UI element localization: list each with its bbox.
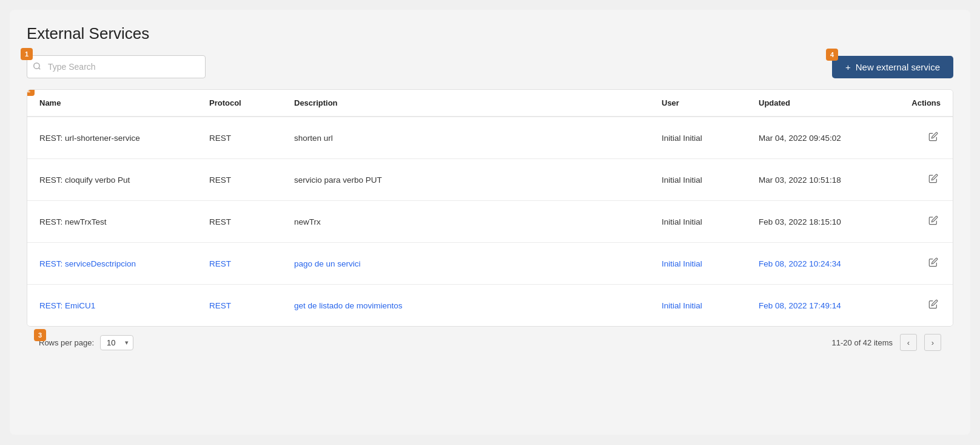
cell-updated[interactable]: Feb 08, 2022 17:49:14: [759, 295, 880, 316]
cell-name[interactable]: REST: serviceDesctripcion: [39, 253, 209, 274]
pagination-info: 11-20 of 42 items: [832, 338, 893, 347]
page-title: External Services: [27, 24, 953, 43]
col-header-updated: Updated: [759, 96, 880, 110]
pagination: 11-20 of 42 items ‹ ›: [832, 334, 941, 351]
cell-updated: Mar 04, 2022 09:45:02: [759, 127, 880, 149]
cell-actions: [880, 123, 941, 152]
cell-description: newTrx: [294, 211, 662, 233]
badge-1: 1: [21, 48, 33, 60]
cell-name: REST: newTrxTest: [39, 211, 209, 233]
rows-select-wrapper: 10 20 50 ▾: [100, 335, 133, 350]
cell-actions: [880, 291, 941, 320]
col-header-name: Name: [39, 96, 209, 110]
badge-4: 4: [826, 49, 838, 61]
toolbar: 1 4 + New external service: [27, 55, 953, 78]
rows-per-page-section: 3 Rows per page: 10 20 50 ▾: [39, 335, 133, 350]
search-input[interactable]: [27, 55, 206, 78]
main-table-card: 2 Name Protocol Description User Updated…: [27, 89, 953, 327]
badge-2: 2: [27, 89, 35, 96]
cell-protocol[interactable]: REST: [209, 295, 294, 316]
cell-updated: Mar 03, 2022 10:51:18: [759, 169, 880, 191]
cell-actions: [880, 207, 941, 236]
new-service-section: 4 + New external service: [832, 56, 953, 78]
col-header-actions: Actions: [880, 96, 941, 110]
cell-name: REST: url-shortener-service: [39, 127, 209, 149]
cell-user[interactable]: Initial Initial: [662, 295, 759, 316]
badge-3: 3: [34, 329, 46, 341]
edit-button[interactable]: [926, 297, 941, 314]
cell-name: REST: cloquify verbo Put: [39, 169, 209, 191]
rows-per-page-label: Rows per page:: [39, 338, 94, 347]
edit-button[interactable]: [926, 129, 941, 146]
cell-protocol: REST: [209, 169, 294, 191]
cell-protocol: REST: [209, 127, 294, 149]
rows-per-page-select[interactable]: 10 20 50: [100, 335, 133, 350]
cell-description[interactable]: pago de un servici: [294, 253, 662, 274]
cell-updated: Feb 03, 2022 18:15:10: [759, 211, 880, 233]
table-row: REST: cloquify verbo Put REST servicio p…: [27, 159, 953, 201]
cell-user[interactable]: Initial Initial: [662, 253, 759, 274]
chevron-left-icon: ‹: [907, 338, 910, 347]
cell-name[interactable]: REST: EmiCU1: [39, 295, 209, 316]
plus-icon: +: [845, 62, 851, 72]
col-header-description: Description: [294, 96, 662, 110]
cell-user: Initial Initial: [662, 211, 759, 233]
new-external-service-button[interactable]: + New external service: [832, 56, 953, 78]
search-section: 1: [27, 55, 206, 78]
next-page-button[interactable]: ›: [924, 334, 941, 351]
cell-protocol[interactable]: REST: [209, 253, 294, 274]
cell-description: servicio para verbo PUT: [294, 169, 662, 191]
cell-actions: [880, 249, 941, 278]
col-header-user: User: [662, 96, 759, 110]
table-row: REST: newTrxTest REST newTrx Initial Ini…: [27, 201, 953, 243]
cell-user: Initial Initial: [662, 127, 759, 149]
edit-button[interactable]: [926, 171, 941, 188]
edit-button[interactable]: [926, 213, 941, 230]
edit-button[interactable]: [926, 255, 941, 272]
cell-actions: [880, 165, 941, 194]
new-service-button-label: New external service: [856, 62, 940, 72]
cell-description[interactable]: get de listado de movimientos: [294, 295, 662, 316]
prev-page-button[interactable]: ‹: [900, 334, 917, 351]
chevron-right-icon: ›: [931, 338, 934, 347]
search-wrapper: [27, 55, 206, 78]
table-row: REST: url-shortener-service REST shorten…: [27, 117, 953, 159]
table-header: 2 Name Protocol Description User Updated…: [27, 90, 953, 117]
footer-bar: 3 Rows per page: 10 20 50 ▾ 11-20 of 42 …: [27, 327, 953, 353]
cell-description: shorten url: [294, 127, 662, 149]
cell-updated[interactable]: Feb 08, 2022 10:24:34: [759, 253, 880, 274]
table-row: REST: EmiCU1 REST get de listado de movi…: [27, 285, 953, 326]
cell-protocol: REST: [209, 211, 294, 233]
cell-user: Initial Initial: [662, 169, 759, 191]
col-header-protocol: Protocol: [209, 96, 294, 110]
table-row: REST: serviceDesctripcion REST pago de u…: [27, 243, 953, 285]
page-container: External Services 1 4 + New external ser…: [10, 10, 970, 435]
